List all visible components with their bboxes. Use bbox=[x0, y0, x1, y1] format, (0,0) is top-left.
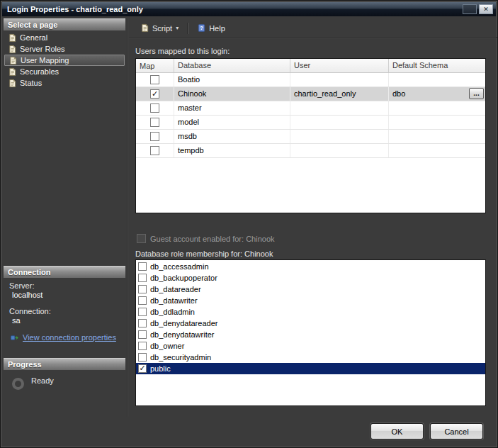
guest-account-row: ✓ Guest account enabled for: Chinook bbox=[137, 234, 275, 243]
help-icon: ? bbox=[196, 23, 206, 33]
map-checkbox[interactable]: ✓ bbox=[150, 146, 159, 155]
column-header-default-schema[interactable]: Default Schema bbox=[389, 59, 485, 72]
table-row-tempdb[interactable]: ✓ tempdb bbox=[136, 144, 485, 158]
map-checkbox[interactable]: ✓ bbox=[150, 132, 159, 141]
sidebar-item-user-mapping[interactable]: User Mapping bbox=[4, 55, 125, 66]
sidebar-item-general[interactable]: General bbox=[4, 32, 125, 43]
cell-user[interactable] bbox=[290, 144, 389, 157]
cell-default-schema[interactable] bbox=[389, 144, 485, 157]
cell-database[interactable]: msdb bbox=[174, 130, 290, 143]
role-checkbox[interactable]: ✓ bbox=[138, 330, 147, 339]
role-item-db-denydatawriter[interactable]: ✓ db_denydatawriter bbox=[136, 329, 485, 340]
role-checkbox[interactable]: ✓ bbox=[138, 274, 147, 282]
role-item-db-securityadmin[interactable]: ✓ db_securityadmin bbox=[136, 352, 485, 363]
role-checkbox[interactable]: ✓ bbox=[138, 364, 147, 373]
cell-user[interactable] bbox=[290, 130, 389, 143]
role-label: db_backupoperator bbox=[150, 274, 217, 282]
script-page-icon bbox=[7, 33, 17, 43]
help-button[interactable]: ? Help bbox=[191, 21, 230, 35]
view-connection-properties-link[interactable]: View connection properties bbox=[9, 332, 116, 342]
script-page-icon bbox=[7, 67, 17, 77]
role-item-db-datareader[interactable]: ✓ db_datareader bbox=[136, 284, 485, 295]
cell-default-schema[interactable] bbox=[389, 73, 485, 86]
sidebar-item-label: User Mapping bbox=[21, 56, 69, 65]
role-checkbox[interactable]: ✓ bbox=[138, 342, 147, 350]
title-bar[interactable]: Login Properties - chartio_read_only ✕ bbox=[2, 2, 496, 16]
script-button-label: Script bbox=[152, 24, 172, 33]
cell-database[interactable]: master bbox=[174, 101, 290, 115]
map-checkbox[interactable]: ✓ bbox=[150, 118, 159, 127]
table-row-boatio[interactable]: ✓ Boatio bbox=[136, 73, 485, 87]
map-checkbox[interactable]: ✓ bbox=[150, 103, 159, 113]
role-item-db-accessadmin[interactable]: ✓ db_accessadmin bbox=[136, 261, 485, 272]
guest-account-checkbox: ✓ bbox=[137, 234, 146, 243]
role-item-db-owner[interactable]: ✓ db_owner bbox=[136, 340, 485, 352]
cell-database[interactable]: tempdb bbox=[174, 144, 290, 157]
role-checkbox[interactable]: ✓ bbox=[138, 308, 147, 316]
close-icon: ✕ bbox=[483, 6, 489, 13]
table-row-msdb[interactable]: ✓ msdb bbox=[136, 130, 485, 144]
role-label: db_ddladmin bbox=[150, 308, 195, 316]
cell-default-schema[interactable] bbox=[389, 116, 485, 129]
window-title: Login Properties - chartio_read_only bbox=[7, 5, 460, 13]
cell-default-schema[interactable] bbox=[389, 101, 485, 115]
progress-header: Progress bbox=[4, 358, 125, 370]
cell-default-schema[interactable] bbox=[389, 130, 485, 143]
select-a-page-header: Select a page bbox=[4, 18, 125, 30]
sidebar-item-label: Server Roles bbox=[20, 45, 65, 53]
role-label: db_datareader bbox=[150, 285, 201, 293]
cell-user[interactable] bbox=[290, 73, 389, 86]
cell-database[interactable]: model bbox=[174, 116, 290, 129]
role-label: db_denydatawriter bbox=[150, 330, 215, 339]
table-row-chinook[interactable]: ✓ Chinook chartio_read_only dbo ... bbox=[136, 87, 485, 101]
map-checkbox[interactable]: ✓ bbox=[150, 75, 159, 84]
role-item-public[interactable]: ✓ public bbox=[136, 363, 485, 374]
login-properties-dialog: Login Properties - chartio_read_only ✕ S… bbox=[0, 0, 498, 448]
role-membership-label: Database role membership for: Chinook bbox=[135, 250, 273, 258]
toolbar-separator bbox=[187, 23, 188, 34]
default-schema-browse-button[interactable]: ... bbox=[469, 88, 484, 99]
table-row-master[interactable]: ✓ master bbox=[136, 101, 485, 116]
sidebar-item-label: Status bbox=[20, 79, 42, 87]
role-checkbox[interactable]: ✓ bbox=[138, 319, 147, 327]
role-label: db_denydatareader bbox=[150, 319, 217, 327]
cell-database[interactable]: Boatio bbox=[174, 73, 290, 86]
progress-spinner-icon bbox=[12, 378, 24, 390]
chevron-down-icon: ▾ bbox=[176, 25, 179, 31]
role-item-db-ddladmin[interactable]: ✓ db_ddladmin bbox=[136, 306, 485, 318]
role-item-db-backupoperator[interactable]: ✓ db_backupoperator bbox=[136, 272, 485, 284]
cell-user[interactable] bbox=[290, 116, 389, 129]
column-header-database[interactable]: Database bbox=[174, 59, 290, 72]
table-row-model[interactable]: ✓ model bbox=[136, 116, 485, 130]
connection-label: Connection: bbox=[9, 307, 51, 315]
cell-database[interactable]: Chinook bbox=[174, 87, 290, 101]
svg-text:?: ? bbox=[200, 25, 203, 31]
column-header-map[interactable]: Map bbox=[136, 59, 174, 72]
role-item-db-denydatareader[interactable]: ✓ db_denydatareader bbox=[136, 318, 485, 329]
sidebar-item-securables[interactable]: Securables bbox=[4, 66, 125, 77]
role-checkbox[interactable]: ✓ bbox=[138, 296, 147, 305]
column-header-user[interactable]: User bbox=[290, 59, 389, 72]
cell-default-schema[interactable]: dbo ... bbox=[389, 87, 485, 101]
role-checkbox[interactable]: ✓ bbox=[138, 285, 147, 293]
sidebar-item-server-roles[interactable]: Server Roles bbox=[4, 43, 125, 55]
cell-user[interactable] bbox=[290, 101, 389, 115]
cell-user[interactable]: chartio_read_only bbox=[290, 87, 389, 101]
role-item-db-datawriter[interactable]: ✓ db_datawriter bbox=[136, 295, 485, 306]
ok-button[interactable]: OK bbox=[370, 423, 424, 439]
title-bar-secondary-button[interactable] bbox=[463, 4, 477, 14]
users-mapped-label: Users mapped to this login: bbox=[135, 47, 230, 55]
close-button[interactable]: ✕ bbox=[479, 4, 493, 14]
server-value: localhost bbox=[12, 291, 43, 299]
sidebar-item-status[interactable]: Status bbox=[4, 77, 125, 89]
main-toolbar: Script ▾ ? Help bbox=[129, 19, 497, 38]
role-membership-list: ✓ db_accessadmin ✓ db_backupoperator ✓ d… bbox=[135, 259, 486, 406]
cancel-button[interactable]: Cancel bbox=[430, 423, 483, 439]
role-checkbox[interactable]: ✓ bbox=[138, 353, 147, 362]
role-checkbox[interactable]: ✓ bbox=[138, 262, 147, 271]
progress-status-label: Ready bbox=[31, 376, 54, 385]
mapping-table: Map Database User Default Schema ✓ Boati… bbox=[135, 58, 486, 213]
connection-value: sa bbox=[12, 316, 21, 325]
map-checkbox[interactable]: ✓ bbox=[150, 89, 159, 99]
script-button[interactable]: Script ▾ bbox=[135, 21, 183, 35]
